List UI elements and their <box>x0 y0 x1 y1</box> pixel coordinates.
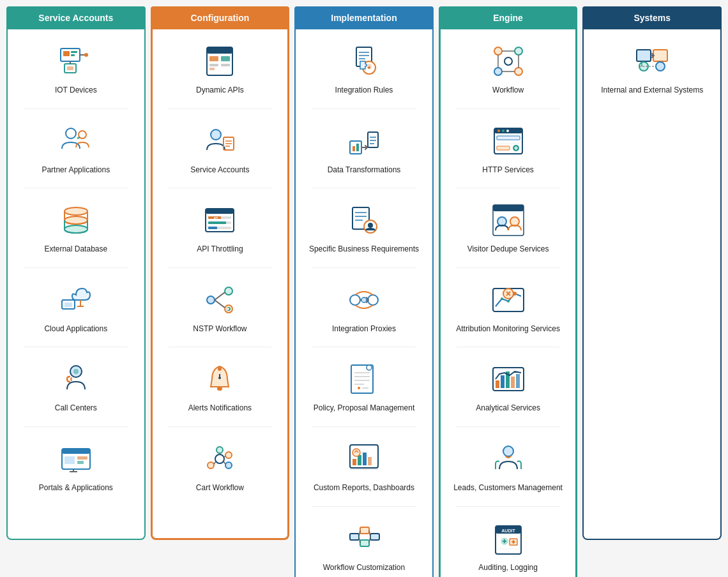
svg-rect-22 <box>62 449 90 454</box>
divider <box>457 426 559 427</box>
card-iot-devices: IOT Devices <box>11 36 141 102</box>
svg-point-146 <box>507 300 510 303</box>
svg-rect-169 <box>653 50 667 61</box>
label-auditing-logging: Auditing, Logging <box>478 563 538 573</box>
analytical-icon <box>489 360 527 398</box>
svg-text:API: API <box>214 216 218 220</box>
svg-point-156 <box>503 446 513 456</box>
svg-point-97 <box>367 365 372 370</box>
body-configuration: Dynamic APIs Service Accounts <box>151 29 290 540</box>
column-systems: Systems Internal and External Syste <box>582 6 722 540</box>
card-cart-workflow: Cart Workflow <box>156 433 285 500</box>
svg-rect-108 <box>368 457 372 465</box>
card-cloud-applications: Cloud Applications <box>11 274 141 341</box>
body-service-accounts: IOT Devices Partner Applications <box>6 29 146 540</box>
card-internal-external: Internal and External Systems <box>587 36 717 102</box>
svg-point-122 <box>515 68 522 75</box>
svg-line-117 <box>369 530 370 537</box>
alerts-icon <box>201 360 239 398</box>
card-leads-customers: Leads, Customers Management <box>444 433 573 500</box>
card-api-throttling: API API Throttling <box>156 195 285 261</box>
svg-line-53 <box>215 300 225 308</box>
svg-rect-105 <box>353 459 356 465</box>
column-configuration: Configuration Dynamic APIs <box>151 6 290 540</box>
card-integration-proxies: Integration Proxies <box>299 274 429 341</box>
label-alerts-notifications: Alerts Notifications <box>188 403 252 414</box>
svg-point-102 <box>358 387 360 389</box>
svg-rect-48 <box>208 227 217 229</box>
svg-line-68 <box>224 461 225 464</box>
reports-icon <box>345 440 383 478</box>
card-specific-business: Specific Business Requirements <box>299 195 429 261</box>
policy-icon <box>345 360 383 398</box>
portals-icon <box>57 440 95 478</box>
svg-point-120 <box>515 47 522 55</box>
svg-line-115 <box>359 530 360 537</box>
column-service-accounts: Service Accounts IOT D <box>6 6 146 540</box>
svg-rect-111 <box>350 534 359 540</box>
divider <box>24 426 128 427</box>
card-dynamic-apis: Dynamic APIs <box>156 36 285 102</box>
label-external-database: External Database <box>44 244 107 255</box>
partner-icon <box>57 122 95 160</box>
svg-point-109 <box>353 449 360 456</box>
label-visitor-dedupe: Visitor Dedupe Services <box>467 244 549 255</box>
svg-point-92 <box>350 295 360 305</box>
svg-rect-25 <box>77 461 84 464</box>
dynamic-apis-icon <box>201 42 239 80</box>
svg-point-127 <box>504 57 512 65</box>
iot-icon <box>57 42 95 80</box>
svg-rect-1 <box>63 51 70 56</box>
svg-rect-154 <box>511 377 515 388</box>
card-http-services: HTTP Services <box>444 116 573 182</box>
label-custom-reports: Custom Reports, Dashboards <box>314 483 414 493</box>
label-analytical-services: Analytical Services <box>476 403 540 414</box>
label-internal-external: Internal and External Systems <box>601 86 703 96</box>
svg-point-93 <box>368 295 378 305</box>
svg-rect-41 <box>206 209 234 214</box>
divider <box>24 267 128 268</box>
card-workflow: Workflow <box>444 36 573 102</box>
svg-rect-78 <box>350 141 361 154</box>
svg-point-145 <box>501 297 503 300</box>
internal-external-icon <box>633 42 671 80</box>
label-leads-customers: Leads, Customers Management <box>453 483 563 493</box>
header-configuration: Configuration <box>151 6 290 29</box>
svg-text:AUDIT: AUDIT <box>501 528 515 533</box>
cart-workflow-icon <box>201 440 239 478</box>
svg-point-119 <box>494 47 502 55</box>
label-policy-proposal: Policy, Proposal Management <box>314 403 415 414</box>
svg-rect-34 <box>209 68 215 70</box>
svg-rect-46 <box>208 221 226 224</box>
body-engine: Workflow <box>439 29 578 577</box>
card-analytical-services: Analytical Services <box>444 354 573 420</box>
header-service-accounts: Service Accounts <box>6 6 146 29</box>
svg-rect-80 <box>356 144 359 151</box>
svg-rect-32 <box>209 64 218 66</box>
svg-line-11 <box>77 137 80 139</box>
svg-rect-31 <box>221 56 230 61</box>
label-api-throttling: API Throttling <box>197 244 243 255</box>
workflow-icon <box>489 42 527 80</box>
divider <box>457 267 559 268</box>
svg-rect-29 <box>207 47 232 54</box>
card-workflow-customization: Workflow Customization <box>299 513 429 577</box>
svg-point-12 <box>64 207 87 215</box>
svg-point-166 <box>512 541 515 543</box>
label-service-accounts-config: Service Accounts <box>190 165 249 176</box>
svg-point-49 <box>207 296 215 304</box>
svg-rect-2 <box>71 51 77 53</box>
callcenter-icon <box>57 360 95 398</box>
svg-line-69 <box>214 461 216 464</box>
svg-rect-5 <box>67 66 73 70</box>
integration-rules-icon <box>345 42 383 80</box>
body-implementation: Integration Rules <box>294 29 434 577</box>
divider <box>169 188 271 188</box>
divider <box>24 188 128 188</box>
label-workflow-customization: Workflow Customization <box>323 563 405 573</box>
svg-point-50 <box>225 287 232 295</box>
column-engine: Engine Workflow <box>439 6 578 577</box>
svg-point-13 <box>64 216 87 224</box>
divider <box>312 109 416 109</box>
header-implementation: Implementation <box>294 6 434 29</box>
